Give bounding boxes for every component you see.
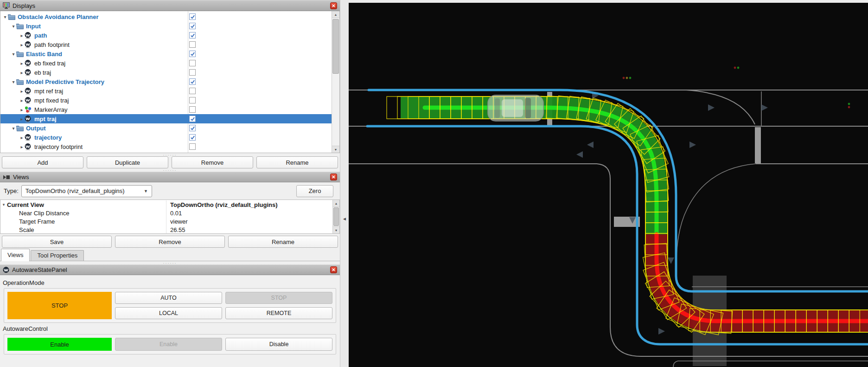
displays-tree-scrollbar[interactable]: ▲ ▼ bbox=[332, 11, 339, 153]
splitter-handle[interactable]: ······ bbox=[0, 153, 340, 156]
view-properties-scrollbar[interactable]: ▲ ▼ bbox=[332, 200, 339, 233]
display-tree-row[interactable]: ▸ mpt ref traj bbox=[0, 86, 332, 96]
display-tree-row[interactable]: ▸ path footprint bbox=[0, 40, 332, 49]
scroll-up-icon[interactable]: ▲ bbox=[333, 200, 339, 207]
zero-button[interactable]: Zero bbox=[296, 185, 333, 197]
close-icon[interactable]: ✕ bbox=[330, 174, 337, 180]
display-checkbox[interactable] bbox=[189, 88, 196, 94]
display-tree-row[interactable]: ▾ Elastic Band bbox=[0, 49, 332, 58]
local-button[interactable]: LOCAL bbox=[115, 307, 222, 319]
display-tree-row[interactable]: ▸ mpt traj bbox=[0, 114, 332, 123]
display-checkbox[interactable] bbox=[189, 143, 196, 150]
check-icon bbox=[190, 135, 195, 140]
display-checkbox[interactable] bbox=[189, 23, 196, 29]
panel-viewport-splitter[interactable]: ◄ bbox=[340, 0, 349, 367]
save-button[interactable]: Save bbox=[2, 236, 112, 248]
displays-tree[interactable]: ▾ Obstacle Avoidance Planner ▾ Input ▸ p… bbox=[0, 11, 340, 153]
views-panel-titlebar[interactable]: Views ✕ bbox=[0, 172, 340, 182]
display-tree-row[interactable]: ▸ eb traj bbox=[0, 68, 332, 77]
expand-arrow-icon[interactable]: ▸ bbox=[19, 89, 25, 94]
display-checkbox[interactable] bbox=[189, 78, 196, 85]
display-tree-row[interactable]: ▸ trajectory footprint bbox=[0, 142, 332, 151]
disable-button[interactable]: Disable bbox=[225, 338, 332, 351]
display-tree-row[interactable]: ▸ eb fixed traj bbox=[0, 58, 332, 68]
tab-views[interactable]: Views bbox=[1, 249, 30, 261]
expand-arrow-icon[interactable]: ▾ bbox=[11, 126, 16, 131]
property-row[interactable]: ▾ Current View TopDownOrtho (rviz_defaul… bbox=[0, 200, 332, 209]
expand-arrow-icon[interactable]: ▸ bbox=[19, 116, 25, 122]
expand-arrow-icon[interactable]: ▸ bbox=[19, 42, 25, 47]
expand-arrow-icon[interactable]: ▾ bbox=[2, 14, 8, 19]
add-button[interactable]: Add bbox=[2, 156, 83, 168]
remove-button[interactable]: Remove bbox=[115, 236, 225, 248]
expand-arrow-icon[interactable]: ▸ bbox=[19, 135, 25, 140]
displays-panel-titlebar[interactable]: Displays ✕ bbox=[0, 0, 340, 11]
close-icon[interactable]: ✕ bbox=[330, 266, 337, 273]
display-tree-row[interactable]: ▸ mpt fixed traj bbox=[0, 96, 332, 105]
autoware-panel-title: AutowareStatePanel bbox=[12, 266, 67, 273]
scroll-up-icon[interactable]: ▲ bbox=[332, 11, 339, 18]
collapse-left-icon[interactable]: ◄ bbox=[342, 216, 347, 221]
expand-arrow-icon[interactable]: ▸ bbox=[19, 33, 25, 38]
expand-arrow-icon[interactable]: ▾ bbox=[11, 24, 16, 29]
expand-arrow-icon[interactable]: ▾ bbox=[0, 202, 7, 207]
display-tree-row[interactable]: ▸ path bbox=[0, 31, 332, 40]
property-value[interactable]: 0.01 bbox=[166, 210, 182, 217]
expand-arrow-icon[interactable]: ▸ bbox=[19, 70, 25, 75]
display-checkbox[interactable] bbox=[189, 41, 196, 48]
tab-tool-properties[interactable]: Tool Properties bbox=[31, 250, 84, 261]
property-value[interactable]: viewer bbox=[166, 218, 188, 225]
splitter-handle[interactable]: ······ bbox=[0, 168, 340, 172]
3d-viewport[interactable] bbox=[349, 0, 868, 367]
view-type-combobox[interactable]: TopDownOrtho (rviz_default_plugins) ▼ bbox=[21, 185, 152, 197]
property-row[interactable]: Near Clip Distance 0.01 bbox=[0, 209, 332, 217]
display-tree-row[interactable]: ▸ trajectory bbox=[0, 133, 332, 142]
rename-button[interactable]: Rename bbox=[256, 156, 338, 168]
display-tree-row[interactable]: ▾ Input bbox=[0, 21, 332, 31]
display-checkbox[interactable] bbox=[189, 13, 196, 20]
display-tree-row[interactable]: ▸ MarkerArray bbox=[0, 105, 332, 114]
expand-arrow-icon[interactable]: ▸ bbox=[19, 107, 25, 112]
expand-arrow-icon[interactable]: ▾ bbox=[11, 79, 16, 84]
scrollbar-thumb[interactable] bbox=[333, 207, 339, 226]
property-value[interactable]: 26.55 bbox=[166, 226, 185, 233]
display-checkbox[interactable] bbox=[189, 116, 196, 122]
display-checkbox[interactable] bbox=[189, 32, 196, 39]
property-value[interactable]: TopDownOrtho (rviz_default_plugins) bbox=[166, 201, 278, 208]
remove-button[interactable]: Remove bbox=[172, 156, 253, 168]
enable-button[interactable]: Enable bbox=[115, 338, 222, 351]
remote-button[interactable]: REMOTE bbox=[225, 307, 332, 319]
autoware-panel-titlebar[interactable]: AutowareStatePanel ✕ bbox=[0, 264, 340, 275]
stop-button[interactable]: STOP bbox=[225, 292, 332, 304]
expand-arrow-icon[interactable]: ▸ bbox=[19, 98, 25, 103]
autoware-control-label: AutowareControl bbox=[3, 325, 337, 332]
auto-button[interactable]: AUTO bbox=[115, 292, 222, 304]
display-checkbox[interactable] bbox=[189, 51, 196, 57]
display-tree-row[interactable]: ▾ Output bbox=[0, 123, 332, 133]
close-icon[interactable]: ✕ bbox=[330, 2, 337, 9]
display-checkbox[interactable] bbox=[189, 60, 196, 66]
display-icon bbox=[25, 60, 33, 67]
scroll-down-icon[interactable]: ▼ bbox=[333, 226, 339, 233]
scrollbar-thumb[interactable] bbox=[332, 19, 339, 74]
display-checkbox[interactable] bbox=[189, 97, 196, 103]
expand-arrow-icon[interactable]: ▾ bbox=[11, 52, 16, 57]
splitter-handle[interactable]: ······ bbox=[0, 261, 340, 264]
display-checkbox[interactable] bbox=[189, 106, 196, 113]
display-tree-row[interactable]: ▾ Model Predictive Trajectory bbox=[0, 77, 332, 86]
display-tree-row[interactable]: ▾ Obstacle Avoidance Planner bbox=[0, 12, 332, 21]
display-checkbox[interactable] bbox=[189, 134, 196, 141]
property-row[interactable]: Target Frame viewer bbox=[0, 217, 332, 225]
expand-arrow-icon[interactable]: ▸ bbox=[19, 144, 25, 149]
check-icon bbox=[190, 79, 195, 84]
expand-arrow-icon[interactable]: ▸ bbox=[19, 61, 25, 66]
display-label: Output bbox=[26, 125, 46, 132]
rename-button[interactable]: Rename bbox=[228, 236, 338, 248]
scroll-down-icon[interactable]: ▼ bbox=[332, 146, 339, 153]
duplicate-button[interactable]: Duplicate bbox=[87, 156, 168, 168]
rear-window bbox=[495, 98, 500, 118]
view-properties-grid[interactable]: ▾ Current View TopDownOrtho (rviz_defaul… bbox=[0, 200, 340, 234]
property-row[interactable]: Scale 26.55 bbox=[0, 225, 332, 234]
display-checkbox[interactable] bbox=[189, 69, 196, 76]
display-checkbox[interactable] bbox=[189, 125, 196, 131]
